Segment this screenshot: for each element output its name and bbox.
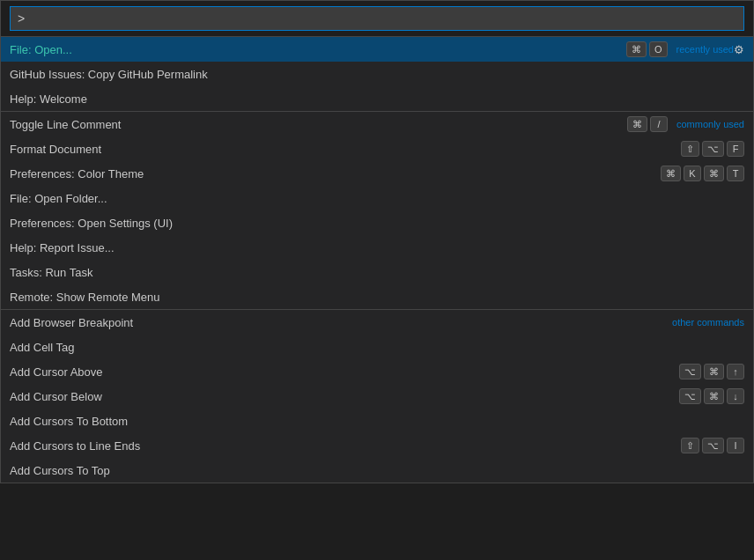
list-item[interactable]: Preferences: Open Settings (UI) [1,210,753,235]
list-item[interactable]: Add Cursors to Line Ends ⇧ ⌥ I [1,433,753,458]
keybinding: ⌥ ⌘ ↓ [679,388,744,404]
key-cmd: ⌘ [704,388,724,404]
list-item[interactable]: Help: Report Issue... [1,235,753,260]
key-alt: ⌥ [702,141,724,157]
list-item[interactable]: Add Browser Breakpoint other commands [1,310,753,335]
command-label: Toggle Line Comment [10,118,618,131]
key-f: F [727,141,744,157]
list-item[interactable]: Help: Welcome [1,86,753,111]
key-down: ↓ [727,388,744,404]
list-item[interactable]: Add Cursor Below ⌥ ⌘ ↓ [1,384,753,409]
command-label: Format Document [10,143,672,156]
key-t: T [727,166,744,181]
search-input[interactable] [10,6,744,31]
command-label: Add Cursor Above [10,365,670,379]
key-cmd: ⌘ [661,166,681,181]
list-item[interactable]: Tasks: Run Task [1,260,753,284]
keybinding: ⇧ ⌥ F [681,141,744,157]
command-label: Add Cursors To Bottom [10,415,744,428]
key-cmd: ⌘ [704,364,724,379]
command-list: File: Open... ⌘ O recently used ⚙ GitHub… [1,37,753,483]
key-alt: ⌥ [679,388,701,404]
command-label: Add Cursors to Line Ends [10,439,672,453]
keybinding: ⌥ ⌘ ↑ [679,364,744,379]
key-i: I [727,438,744,453]
command-label: File: Open Folder... [10,192,744,205]
command-label: Add Browser Breakpoint [10,316,663,329]
command-label: Add Cursor Below [10,390,670,403]
section-tag-commonly-used: commonly used [676,119,744,129]
command-label: Remote: Show Remote Menu [10,291,744,304]
keybinding: ⌘ O [626,41,668,57]
list-item[interactable]: File: Open Folder... [1,186,753,210]
key-cmd: ⌘ [627,116,647,132]
command-label: Tasks: Run Task [10,266,744,279]
key-alt: ⌥ [702,438,724,453]
key-cmd: ⌘ [626,41,647,57]
command-label: Add Cursors To Top [10,464,744,477]
command-label: Help: Report Issue... [10,241,744,254]
command-label: File: Open... [10,43,617,56]
search-bar [1,1,753,37]
keybinding: ⇧ ⌥ I [681,438,744,453]
gear-icon[interactable]: ⚙ [734,43,744,56]
command-label: Preferences: Open Settings (UI) [10,217,744,230]
list-item[interactable]: GitHub Issues: Copy GitHub Permalink [1,62,753,86]
keybinding: ⌘ K ⌘ T [661,166,744,181]
keybinding: ⌘ / [627,116,668,132]
list-item[interactable]: Add Cursors To Top [1,458,753,483]
key-shift: ⇧ [681,438,699,453]
list-item[interactable]: Toggle Line Comment ⌘ / commonly used [1,112,753,136]
key-up: ↑ [727,364,744,379]
command-label: Help: Welcome [10,92,744,106]
list-item[interactable]: Remote: Show Remote Menu [1,284,753,309]
list-item[interactable]: Preferences: Color Theme ⌘ K ⌘ T [1,161,753,186]
key-cmd2: ⌘ [704,166,724,181]
list-item[interactable]: Format Document ⇧ ⌥ F [1,136,753,161]
command-palette: File: Open... ⌘ O recently used ⚙ GitHub… [0,0,754,483]
key-k: K [684,166,701,181]
section-tag-recently-used: recently used [676,44,734,55]
command-label: GitHub Issues: Copy GitHub Permalink [10,68,744,81]
key-shift: ⇧ [681,141,699,157]
command-label: Preferences: Color Theme [10,167,652,181]
key-alt: ⌥ [679,364,701,379]
list-item[interactable]: Add Cursor Above ⌥ ⌘ ↑ [1,359,753,384]
key-slash: / [650,116,668,132]
list-item[interactable]: Add Cell Tag [1,335,753,359]
list-item[interactable]: File: Open... ⌘ O recently used ⚙ [1,37,753,62]
key-o: O [649,41,668,57]
section-tag-other-commands: other commands [672,317,744,328]
list-item[interactable]: Add Cursors To Bottom [1,409,753,433]
command-label: Add Cell Tag [10,341,744,354]
